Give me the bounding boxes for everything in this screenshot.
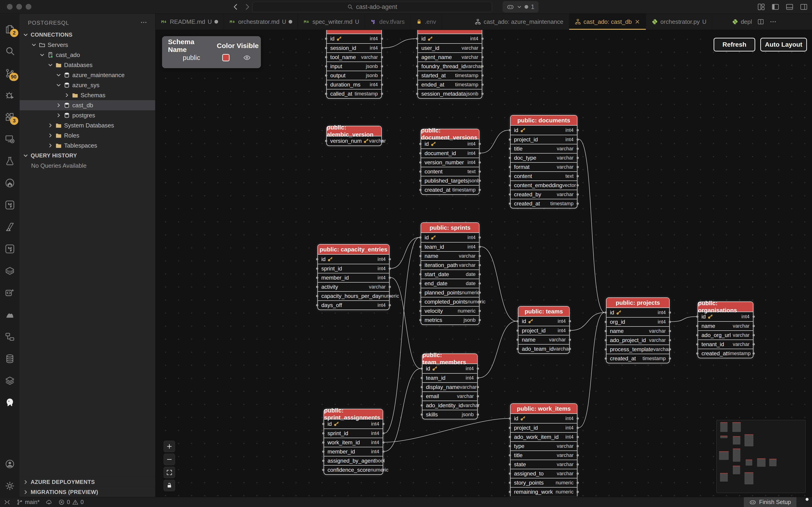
table-column-row[interactable]: idint4 [421, 233, 479, 242]
table-column-row[interactable]: contenttext [510, 171, 577, 180]
close-icon[interactable] [634, 19, 640, 25]
split-editor-icon[interactable] [757, 18, 764, 25]
activity-item-azure[interactable] [0, 216, 20, 238]
table-column-row[interactable]: idint4 [606, 308, 669, 317]
tree-item-no-queries-available[interactable]: No Queries Available [20, 161, 155, 171]
tree-item-schemas[interactable]: Schemas [20, 90, 155, 100]
activity-item-diagram[interactable] [0, 326, 20, 348]
table-column-row[interactable]: created_attimestamp [698, 349, 753, 358]
table-column-row[interactable]: project_idint4 [510, 135, 577, 144]
tab-cast-ado-azure-maintenance[interactable]: cast_ado: azure_maintenance [469, 14, 569, 30]
table-column-row[interactable]: contenttext [421, 167, 479, 176]
table-column-row[interactable]: namevarchar [421, 251, 479, 260]
table-column-row[interactable]: story_pointsnumeric [510, 478, 577, 487]
tree-item-cast-db[interactable]: cast_db [20, 100, 155, 110]
table-column-row[interactable]: namevarchar [698, 321, 753, 330]
table-column-row[interactable]: idint4 [510, 414, 577, 423]
table-column-row[interactable]: statevarchar [510, 460, 577, 469]
copilot-chip[interactable]: 1 [502, 1, 539, 13]
tree-item-cast-ado[interactable]: cast_ado [20, 50, 155, 60]
git-branch-status[interactable]: main* [16, 499, 40, 505]
activity-item-explorer[interactable]: 2 [0, 18, 20, 40]
minimap[interactable] [716, 420, 806, 493]
table-column-row[interactable]: days_offint4 [318, 300, 389, 309]
table-column-row[interactable]: process_templatevarchar [606, 345, 669, 354]
table-column-row[interactable]: tool_namevarchar [327, 52, 381, 62]
tree-item-servers[interactable]: Servers [20, 40, 155, 50]
schema-color-swatch[interactable] [222, 54, 229, 61]
table-column-row[interactable]: user_idvarchar [418, 43, 482, 52]
tab-spec-writer-md[interactable]: spec_writer.mdU [298, 14, 365, 30]
activity-item-extensions[interactable]: 3 [0, 106, 20, 128]
tree-item-query-history[interactable]: QUERY HISTORY [20, 151, 155, 161]
er-table-alembic_version[interactable]: public: alembic_versionversion_numvarcha… [326, 126, 382, 146]
section-azure-deployments[interactable]: AZURE DEPLOYMENTS [20, 477, 155, 487]
er-diagram-canvas[interactable]: idint4session_idint4tool_namevarcharinpu… [155, 30, 812, 497]
table-column-row[interactable]: formatvarchar [510, 162, 577, 171]
zoom-in-button[interactable] [164, 441, 175, 452]
er-table-sprints[interactable]: public: sprintsidint4team_idint4namevarc… [421, 222, 480, 325]
window-close-button[interactable] [7, 4, 13, 10]
table-column-row[interactable]: idint4 [318, 255, 389, 264]
tree-item-databases[interactable]: Databases [20, 60, 155, 70]
back-icon[interactable] [232, 3, 239, 11]
activity-item-dev-containers[interactable] [0, 282, 20, 304]
er-table-team_members[interactable]: public: team_membersidint4team_idint4dis… [422, 353, 478, 419]
forward-icon[interactable] [243, 3, 251, 11]
publish-icon[interactable] [46, 499, 52, 506]
er-table-partial_left[interactable]: idint4session_idint4tool_namevarcharinpu… [326, 30, 382, 99]
table-column-row[interactable]: org_idint4 [606, 317, 669, 326]
tab-orchestrator-md[interactable]: orchestrator.mdU [224, 14, 298, 30]
tree-item-system-databases[interactable]: System Databases [20, 120, 155, 130]
section-migrations[interactable]: MIGRATIONS (PREVIEW) [20, 487, 155, 497]
table-column-row[interactable]: sprint_idint4 [318, 264, 389, 273]
activity-item-accounts[interactable] [0, 453, 20, 475]
table-column-row[interactable]: duration_msint4 [327, 80, 381, 89]
table-column-row[interactable]: inputjsonb [327, 62, 381, 71]
table-column-row[interactable]: created_attimestamp [510, 199, 577, 208]
search-input[interactable]: cast-ado-agent [252, 2, 492, 12]
table-column-row[interactable]: capacity_hours_per_daynumeric [318, 291, 389, 300]
table-column-row[interactable]: idint4 [418, 34, 482, 43]
table-column-row[interactable]: tenant_idvarchar [698, 340, 753, 349]
table-column-row[interactable]: metricsjsonb [421, 315, 479, 325]
table-column-row[interactable]: project_idint4 [510, 423, 577, 432]
lock-button[interactable] [164, 480, 175, 491]
table-column-row[interactable]: ado_identity_idvarchar [423, 401, 477, 410]
activity-item-source-control[interactable]: 90 [0, 62, 20, 84]
auto-layout-button[interactable]: Auto Layout [760, 38, 807, 52]
table-column-row[interactable]: completed_pointsnumeric [421, 297, 479, 306]
window-minimize-button[interactable] [16, 4, 22, 10]
activity-item-testing[interactable] [0, 150, 20, 172]
table-column-row[interactable]: published_targetsjsonb [421, 176, 479, 185]
er-table-capacity_entries[interactable]: public: capacity_entriesidint4sprint_idi… [317, 244, 389, 310]
er-table-sprint_assignments[interactable]: public: sprint_assignmentsidint4sprint_i… [324, 409, 383, 475]
more-actions-icon[interactable] [769, 18, 777, 25]
table-column-row[interactable]: activityvarchar [318, 282, 389, 291]
table-column-row[interactable]: document_idint4 [421, 149, 479, 158]
er-table-teams[interactable]: public: teamsidint4project_idint4namevar… [518, 306, 570, 354]
refresh-button[interactable]: Refresh [714, 38, 755, 52]
zoom-out-button[interactable] [164, 454, 175, 465]
table-column-row[interactable]: work_item_idint4 [324, 438, 383, 447]
er-table-organisations[interactable]: public: organisationsidint4namevarcharad… [698, 301, 753, 358]
table-column-row[interactable]: team_idint4 [421, 242, 479, 251]
fit-view-button[interactable] [164, 467, 175, 478]
table-column-row[interactable]: doc_typevarchar [510, 153, 577, 162]
tab-readme-md[interactable]: README.mdU [155, 14, 224, 30]
table-column-row[interactable]: content_embeddingvector [510, 180, 577, 190]
table-column-row[interactable]: ado_work_item_idint4 [510, 432, 577, 441]
remote-indicator[interactable] [4, 499, 10, 506]
table-column-row[interactable]: sprint_idint4 [324, 429, 383, 438]
table-column-row[interactable]: foundry_thread_idvarchar [418, 62, 482, 71]
tree-item-azure-maintenance[interactable]: azure_maintenance [20, 70, 155, 80]
table-column-row[interactable]: end_datedate [421, 279, 479, 288]
activity-item-postgresql[interactable] [0, 392, 20, 414]
tab-cast-ado-cast-db[interactable]: cast_ado: cast_db [569, 14, 646, 30]
table-column-row[interactable]: remaining_worknumeric [510, 487, 577, 496]
finish-setup-button[interactable]: Finish Setup [744, 497, 797, 507]
customize-layout-icon[interactable] [757, 3, 765, 11]
activity-item-settings[interactable] [0, 475, 20, 497]
table-column-row[interactable]: assigned_tovarchar [510, 469, 577, 478]
tree-item-tablespaces[interactable]: Tablespaces [20, 140, 155, 151]
